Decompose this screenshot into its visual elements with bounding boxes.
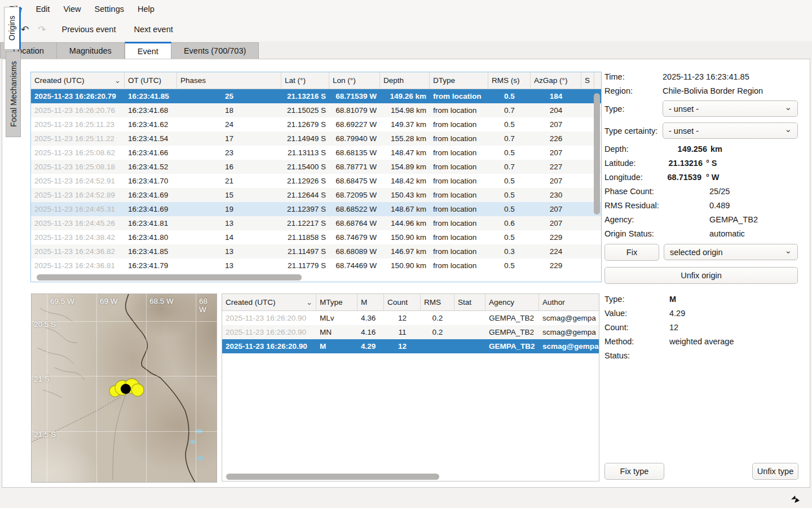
menu-edit[interactable]: Edit bbox=[29, 1, 56, 17]
table-row[interactable]: 2025-11-23 16:24:36.8216:23:41.851321.11… bbox=[31, 244, 601, 259]
vertical-scrollbar[interactable] bbox=[594, 90, 600, 273]
table-row[interactable]: 2025-11-23 16:24:45.2616:23:41.811321.12… bbox=[31, 216, 601, 230]
column-header[interactable]: Created (UTC)⌄ bbox=[222, 294, 316, 310]
table-cell bbox=[454, 325, 486, 339]
table-row[interactable]: 2025-11-23 16:26:20.90MN4.16110.2GEMPA_T… bbox=[222, 325, 599, 339]
table-cell: 21.11779 S bbox=[281, 259, 329, 273]
table-cell: 2025-11-23 16:26:20.90 bbox=[222, 311, 316, 325]
table-row[interactable]: 2025-11-23 16:25:11.2216:23:41.541721.14… bbox=[31, 132, 601, 146]
column-header[interactable]: Author bbox=[539, 294, 599, 310]
column-header[interactable]: S bbox=[581, 72, 594, 89]
column-header[interactable]: Created (UTC)⌄ bbox=[31, 72, 125, 89]
table-header-row: Created (UTC)⌄MTypeMCountRMSStatAgencyAu… bbox=[222, 294, 599, 311]
table-row[interactable]: 2025-11-23 16:24:38.4216:23:41.801421.11… bbox=[31, 230, 601, 244]
table-cell: 4.29 bbox=[358, 339, 384, 353]
table-cell: 155.28 km bbox=[380, 132, 430, 146]
table-cell bbox=[581, 259, 594, 273]
fix-type-button[interactable]: Fix type bbox=[604, 463, 664, 480]
mag-value-label: Value: bbox=[604, 309, 627, 318]
map-lon-label: 68 W bbox=[199, 297, 217, 314]
side-tab-focal-mechanisms[interactable]: Focal Mechanisms bbox=[6, 51, 21, 137]
table-cell: 13 bbox=[177, 244, 281, 259]
table-cell: from location bbox=[430, 146, 488, 160]
table-row[interactable]: 2025-11-23 16:26:20.7916:23:41.852521.13… bbox=[31, 89, 601, 103]
column-header[interactable]: RMS bbox=[421, 294, 454, 310]
table-cell: 0.6 bbox=[488, 216, 531, 230]
column-header[interactable]: OT (UTC) bbox=[125, 72, 177, 89]
table-cell: 0.5 bbox=[488, 259, 531, 273]
table-row[interactable]: 2025-11-23 16:24:52.9116:23:41.702121.12… bbox=[31, 174, 601, 188]
column-header[interactable]: Stat bbox=[454, 294, 486, 310]
table-cell: 18 bbox=[177, 103, 281, 117]
table-cell: 13 bbox=[177, 216, 281, 230]
table-cell: 0.5 bbox=[488, 188, 531, 202]
column-header[interactable]: Depth bbox=[380, 72, 430, 89]
table-cell: 2025-11-23 16:25:08.18 bbox=[31, 160, 125, 174]
table-row[interactable]: 2025-11-23 16:25:08.6216:23:41.662321.13… bbox=[31, 146, 601, 160]
table-cell: 4.36 bbox=[358, 311, 384, 325]
menu-bar: File Edit View Settings Help bbox=[0, 0, 812, 18]
menu-view[interactable]: View bbox=[56, 1, 87, 17]
table-cell: 146.97 km bbox=[380, 244, 430, 259]
scrollbar-thumb[interactable] bbox=[37, 274, 302, 281]
previous-event-button[interactable]: Previous event bbox=[55, 23, 123, 36]
map-gridline bbox=[146, 294, 147, 482]
table-cell: 68.69227 W bbox=[329, 117, 380, 132]
fix-button[interactable]: Fix bbox=[604, 244, 659, 261]
unfix-type-button[interactable]: Unfix type bbox=[752, 463, 798, 480]
tab-events[interactable]: Events (700/703) bbox=[171, 42, 259, 59]
side-tab-origins[interactable]: Origins bbox=[4, 7, 21, 50]
horizontal-scrollbar[interactable] bbox=[223, 474, 598, 480]
type-combobox[interactable]: - unset - ⌄ bbox=[663, 100, 798, 117]
column-header[interactable]: RMS (s) bbox=[488, 72, 531, 89]
table-cell: from location bbox=[430, 202, 488, 216]
table-row[interactable]: 2025-11-23 16:26:20.90MLv4.36120.2GEMPA_… bbox=[222, 311, 599, 325]
column-header[interactable]: Count bbox=[384, 294, 421, 310]
table-cell: 0.3 bbox=[488, 244, 531, 259]
magnitudes-table[interactable]: Created (UTC)⌄MTypeMCountRMSStatAgencyAu… bbox=[222, 294, 599, 481]
column-header[interactable]: MType bbox=[316, 294, 358, 310]
table-row[interactable]: 2025-11-23 16:24:45.3116:23:41.691921.12… bbox=[31, 202, 601, 216]
menu-help[interactable]: Help bbox=[131, 1, 161, 17]
horizontal-scrollbar[interactable] bbox=[32, 274, 600, 281]
tab-magnitudes[interactable]: Magnitudes bbox=[57, 42, 125, 59]
table-cell: scmag@gempa bbox=[539, 339, 599, 353]
column-header[interactable]: M bbox=[358, 294, 384, 310]
table-row[interactable]: 2025-11-23 16:25:08.1816:23:41.521621.15… bbox=[31, 160, 601, 174]
table-cell: 207 bbox=[531, 117, 581, 132]
mag-type-value: M bbox=[669, 295, 676, 304]
table-cell bbox=[581, 202, 594, 216]
table-row[interactable]: 2025-11-23 16:26:20.90M4.2912GEMPA_TB2sc… bbox=[222, 339, 599, 353]
table-cell: 0.5 bbox=[488, 146, 531, 160]
column-header[interactable]: Lon (°) bbox=[329, 72, 380, 89]
next-event-button[interactable]: Next event bbox=[127, 23, 179, 36]
type-certainty-combobox[interactable]: - unset - ⌄ bbox=[663, 122, 798, 139]
table-cell: 21 bbox=[177, 174, 281, 188]
table-cell: 2025-11-23 16:25:11.23 bbox=[31, 117, 125, 132]
table-row[interactable]: 2025-11-23 16:26:20.7616:23:41.681821.15… bbox=[31, 103, 601, 117]
mag-method-value: weighted average bbox=[669, 337, 734, 346]
column-header[interactable]: Lat (°) bbox=[281, 72, 329, 89]
table-cell: 0.7 bbox=[488, 103, 531, 117]
column-header[interactable]: Phases bbox=[177, 72, 281, 89]
table-row[interactable]: 2025-11-23 16:24:52.8916:23:41.691521.12… bbox=[31, 188, 601, 202]
table-cell: 23 bbox=[177, 146, 281, 160]
chevron-down-icon: ⌄ bbox=[784, 128, 792, 131]
location-map[interactable]: 69.5 W 69 W 68.5 W 68 W 20.5 S 21 S 21.5… bbox=[31, 294, 217, 483]
table-row[interactable]: 2025-11-23 16:25:11.2316:23:41.622421.12… bbox=[31, 117, 601, 132]
column-header[interactable]: AzGap (°) bbox=[531, 72, 581, 89]
table-row[interactable]: 2025-11-23 16:24:36.8116:23:41.791321.11… bbox=[31, 259, 601, 273]
table-cell: 2025-11-23 16:24:45.31 bbox=[31, 202, 125, 216]
table-cell: 0.5 bbox=[488, 117, 531, 132]
menu-settings[interactable]: Settings bbox=[88, 1, 131, 17]
unfix-origin-button[interactable]: Unfix origin bbox=[604, 267, 798, 284]
region-value: Chile-Bolivia Border Region bbox=[663, 86, 763, 95]
scrollbar-thumb[interactable] bbox=[594, 93, 600, 214]
fix-target-combobox[interactable]: selected origin ⌄ bbox=[664, 244, 798, 260]
origins-table[interactable]: Created (UTC)⌄OT (UTC)PhasesLat (°)Lon (… bbox=[30, 72, 602, 282]
map-overlay bbox=[32, 294, 217, 483]
column-header[interactable]: DType bbox=[430, 72, 488, 89]
tab-event[interactable]: Event bbox=[125, 42, 171, 59]
scrollbar-thumb[interactable] bbox=[226, 474, 439, 480]
column-header[interactable]: Agency bbox=[486, 294, 539, 310]
